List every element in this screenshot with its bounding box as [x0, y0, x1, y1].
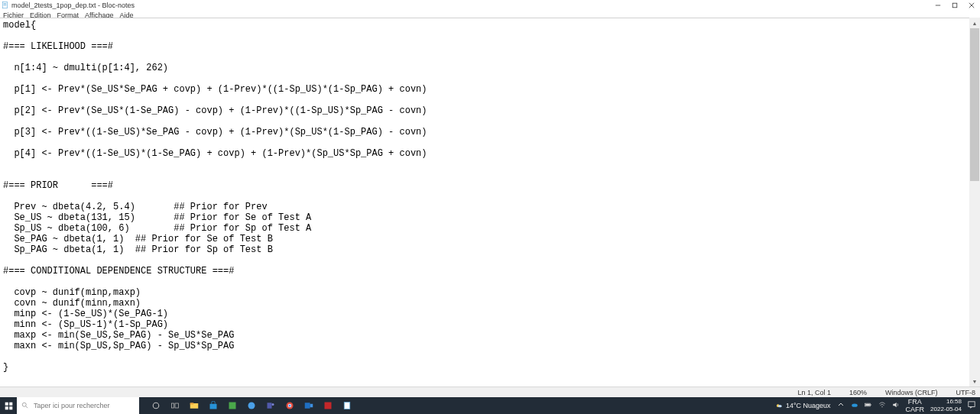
- clock-date: 2022-05-04: [930, 406, 962, 413]
- svg-rect-18: [190, 403, 194, 404]
- weather-widget[interactable]: 14°C Nuageux: [775, 402, 831, 409]
- svg-point-12: [22, 403, 26, 406]
- taskview-icon[interactable]: [166, 397, 184, 414]
- weather-icon: [775, 402, 783, 409]
- svg-point-26: [289, 405, 291, 407]
- minimize-button[interactable]: [930, 0, 946, 11]
- clock-time: 16:58: [930, 398, 962, 406]
- window-controls: [930, 0, 980, 11]
- svg-rect-9: [9, 402, 12, 405]
- scroll-up-icon[interactable]: ▲: [969, 18, 980, 28]
- tray-chevron-icon[interactable]: [837, 401, 845, 410]
- sound-icon[interactable]: [892, 401, 900, 410]
- svg-point-32: [778, 405, 782, 407]
- svg-point-23: [272, 403, 274, 406]
- svg-rect-8: [5, 402, 8, 405]
- onedrive-icon[interactable]: [851, 401, 858, 410]
- svg-rect-29: [325, 403, 332, 409]
- explorer-icon[interactable]: [185, 397, 203, 414]
- close-button[interactable]: [963, 0, 980, 11]
- chrome-icon[interactable]: [281, 397, 299, 414]
- app-green-icon[interactable]: [223, 397, 242, 414]
- status-zoom: 160%: [849, 389, 867, 396]
- svg-rect-28: [310, 404, 313, 408]
- svg-rect-30: [344, 403, 350, 409]
- svg-rect-36: [865, 404, 870, 406]
- start-button[interactable]: [0, 397, 17, 414]
- svg-line-13: [26, 406, 28, 409]
- svg-rect-35: [870, 404, 871, 405]
- teams-icon[interactable]: [261, 397, 280, 414]
- cortana-icon[interactable]: [147, 397, 165, 414]
- notepad-icon: [2, 2, 9, 9]
- acrobat-icon[interactable]: [319, 397, 337, 414]
- svg-rect-5: [952, 3, 957, 8]
- lang-line2: CAFR: [906, 406, 925, 413]
- taskbar-apps: [147, 397, 356, 414]
- svg-rect-10: [5, 406, 8, 409]
- editor-wrap: model{ #=== LIKELIHOOD ===# n[1:4] ~ dmu…: [0, 18, 980, 387]
- scrollbar-thumb[interactable]: [970, 28, 979, 181]
- svg-rect-38: [969, 402, 975, 407]
- statusbar: Ln 1, Col 1 160% Windows (CRLF) UTF-8: [0, 387, 980, 397]
- windows-icon: [5, 402, 13, 410]
- svg-point-14: [153, 403, 159, 409]
- weather-text: 14°C Nuageux: [786, 402, 831, 409]
- svg-rect-11: [9, 406, 12, 409]
- svg-rect-15: [172, 403, 174, 408]
- search-placeholder: Taper ici pour rechercher: [34, 402, 110, 409]
- svg-rect-22: [268, 403, 272, 409]
- search-icon: [21, 402, 29, 409]
- taskbar: Taper ici pour rechercher 14°C Nuageux F…: [0, 397, 980, 414]
- clock[interactable]: 16:58 2022-05-04: [930, 398, 962, 413]
- svg-rect-19: [210, 404, 217, 409]
- svg-point-37: [881, 406, 882, 407]
- status-position: Ln 1, Col 1: [797, 389, 831, 396]
- browser-icon[interactable]: [242, 397, 261, 414]
- status-encoding: UTF-8: [956, 389, 976, 396]
- battery-icon[interactable]: [865, 401, 872, 410]
- scrollbar-vertical[interactable]: ▲ ▼: [969, 18, 980, 387]
- editor[interactable]: model{ #=== LIKELIHOOD ===# n[1:4] ~ dmu…: [0, 18, 980, 387]
- svg-rect-20: [229, 403, 236, 409]
- svg-rect-16: [175, 403, 179, 408]
- window-title: model_2tests_1pop_dep.txt - Bloc-notes: [11, 2, 135, 9]
- notifications-icon[interactable]: [968, 401, 975, 410]
- wifi-icon[interactable]: [878, 401, 886, 410]
- scroll-down-icon[interactable]: ▼: [969, 376, 980, 387]
- notepad-taskbar-icon[interactable]: [338, 397, 356, 414]
- svg-point-21: [248, 403, 255, 409]
- language-indicator[interactable]: FRA CAFR: [906, 398, 925, 413]
- svg-rect-27: [305, 403, 310, 409]
- svg-point-33: [852, 403, 858, 406]
- outlook-icon[interactable]: [300, 397, 318, 414]
- lang-line1: FRA: [908, 398, 922, 406]
- titlebar: model_2tests_1pop_dep.txt - Bloc-notes: [0, 0, 980, 11]
- search-input[interactable]: Taper ici pour rechercher: [17, 397, 139, 414]
- status-eol: Windows (CRLF): [885, 389, 938, 396]
- maximize-button[interactable]: [946, 0, 963, 11]
- system-tray: 14°C Nuageux FRA CAFR 16:58 2022-05-04: [771, 398, 980, 413]
- store-icon[interactable]: [204, 397, 222, 414]
